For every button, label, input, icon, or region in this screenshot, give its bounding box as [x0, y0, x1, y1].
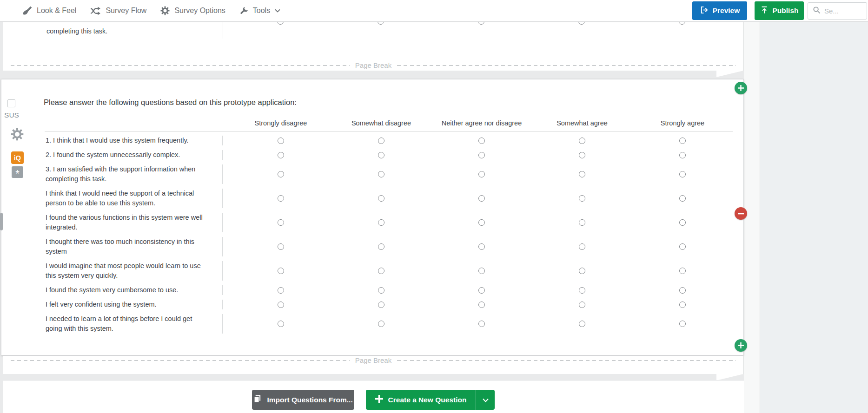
- radio-button[interactable]: [378, 138, 384, 144]
- statement-text[interactable]: I found the system very cumbersome to us…: [45, 285, 223, 295]
- radio-button[interactable]: [579, 268, 585, 274]
- iq-score-badge[interactable]: iQ: [11, 151, 24, 164]
- radio-button[interactable]: [579, 195, 585, 202]
- radio-button[interactable]: [378, 22, 384, 25]
- add-block-below-button[interactable]: [735, 339, 747, 352]
- statement-text[interactable]: I felt very confident using the system.: [45, 300, 223, 309]
- radio-button[interactable]: [679, 243, 686, 250]
- radio-button[interactable]: [478, 152, 485, 158]
- sus-question-card[interactable]: SUS iQ * Please answer the following que…: [1, 79, 744, 355]
- page-break-label: Page Break: [355, 61, 391, 69]
- radio-button[interactable]: [378, 243, 384, 250]
- column-header[interactable]: Strongly agree: [632, 119, 733, 127]
- radio-button[interactable]: [277, 22, 284, 25]
- tools-dropdown[interactable]: Tools: [239, 7, 280, 15]
- radio-button[interactable]: [278, 243, 284, 250]
- scroll-indicator[interactable]: [0, 213, 3, 230]
- question-select-checkbox[interactable]: [7, 99, 15, 107]
- radio-button[interactable]: [278, 268, 284, 274]
- matrix-row: 3. I am satisfied with the support infor…: [45, 162, 733, 186]
- radio-button[interactable]: [378, 219, 384, 226]
- radio-button[interactable]: [679, 302, 686, 308]
- radio-cell: [331, 219, 431, 226]
- radio-button[interactable]: [378, 302, 384, 308]
- publish-button[interactable]: Publish: [755, 1, 804, 20]
- statement-text[interactable]: completing this task.: [46, 27, 107, 35]
- radio-button[interactable]: [679, 287, 686, 294]
- radio-button[interactable]: [378, 171, 384, 177]
- radio-button[interactable]: [378, 287, 384, 294]
- survey-flow-button[interactable]: Survey Flow: [90, 7, 146, 15]
- statement-text[interactable]: I think that I would need the support of…: [45, 189, 223, 208]
- radio-button[interactable]: [679, 22, 685, 25]
- radio-button[interactable]: [679, 152, 686, 158]
- default-choices-icon[interactable]: *: [12, 166, 23, 178]
- radio-button[interactable]: [278, 171, 284, 177]
- remove-question-button[interactable]: [735, 207, 747, 220]
- radio-button[interactable]: [278, 287, 284, 294]
- radio-button[interactable]: [578, 22, 585, 25]
- radio-button[interactable]: [478, 268, 485, 274]
- column-header[interactable]: Neither agree nor disagree: [431, 119, 532, 127]
- radio-button[interactable]: [579, 243, 585, 250]
- radio-button[interactable]: [579, 138, 585, 144]
- column-header[interactable]: Strongly disagree: [231, 119, 331, 127]
- radio-button[interactable]: [478, 171, 485, 177]
- gear-icon: [160, 6, 170, 15]
- create-question-button[interactable]: Create a New Question: [366, 390, 477, 410]
- create-question-dropdown-button[interactable]: [476, 390, 495, 410]
- radio-button[interactable]: [579, 152, 585, 158]
- radio-button[interactable]: [478, 195, 485, 202]
- radio-button[interactable]: [679, 219, 686, 226]
- statement-text[interactable]: 1. I think that I would use this system …: [45, 136, 223, 145]
- radio-button[interactable]: [579, 219, 585, 226]
- statement-text[interactable]: I thought there was too much inconsisten…: [45, 237, 223, 256]
- radio-button[interactable]: [278, 302, 284, 308]
- radio-button[interactable]: [278, 138, 284, 144]
- column-header[interactable]: Somewhat disagree: [331, 119, 431, 127]
- radio-button[interactable]: [478, 302, 485, 308]
- radio-button[interactable]: [579, 287, 585, 294]
- statement-text[interactable]: 3. I am satisfied with the support infor…: [45, 164, 223, 184]
- radio-button[interactable]: [679, 268, 686, 274]
- statement-text[interactable]: I would imagine that most people would l…: [45, 261, 223, 281]
- radio-button[interactable]: [579, 302, 585, 308]
- radio-button[interactable]: [478, 219, 485, 226]
- add-block-above-button[interactable]: [735, 82, 747, 94]
- radio-button[interactable]: [378, 321, 384, 327]
- radio-button[interactable]: [478, 287, 485, 294]
- radio-button[interactable]: [378, 152, 384, 158]
- radio-button[interactable]: [478, 138, 485, 144]
- radio-button[interactable]: [278, 321, 284, 327]
- radio-cell: [431, 171, 532, 177]
- statement-text[interactable]: I needed to learn a lot of things before…: [45, 314, 223, 334]
- statement-text[interactable]: 2. I found the system unnecessarily comp…: [45, 150, 223, 160]
- radio-button[interactable]: [278, 152, 284, 158]
- search-input[interactable]: [824, 7, 860, 15]
- question-settings-gear-icon[interactable]: [11, 128, 24, 143]
- matrix-row: I felt very confident using the system.: [45, 297, 733, 312]
- page-break[interactable]: Page Break: [3, 62, 743, 69]
- radio-button[interactable]: [378, 268, 384, 274]
- radio-button[interactable]: [478, 22, 484, 25]
- radio-button[interactable]: [478, 243, 485, 250]
- import-questions-button[interactable]: Import Questions From...: [252, 390, 354, 410]
- radio-button[interactable]: [679, 321, 686, 327]
- radio-button[interactable]: [278, 195, 284, 202]
- preview-button[interactable]: Preview: [692, 1, 747, 20]
- statement-text[interactable]: I found the various functions in this sy…: [45, 213, 223, 232]
- question-text[interactable]: Please answer the following questions ba…: [44, 98, 297, 107]
- radio-button[interactable]: [679, 195, 686, 202]
- column-header[interactable]: Somewhat agree: [532, 119, 632, 127]
- look-and-feel-button[interactable]: Look & Feel: [22, 6, 76, 16]
- radio-button[interactable]: [478, 321, 485, 327]
- radio-button[interactable]: [679, 171, 686, 177]
- radio-button[interactable]: [579, 171, 585, 177]
- page-break[interactable]: Page Break: [3, 357, 743, 364]
- radio-cell: [532, 321, 632, 327]
- radio-button[interactable]: [378, 195, 384, 202]
- radio-button[interactable]: [278, 219, 284, 226]
- survey-options-button[interactable]: Survey Options: [160, 6, 225, 15]
- radio-button[interactable]: [679, 138, 686, 144]
- radio-button[interactable]: [579, 321, 585, 327]
